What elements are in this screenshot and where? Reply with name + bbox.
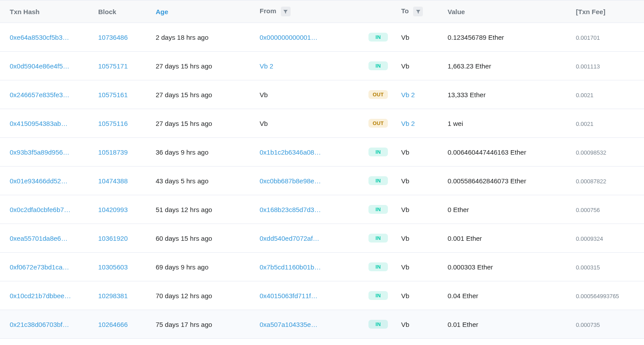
- column-header-from[interactable]: From: [254, 0, 360, 23]
- from-address[interactable]: 0x4015063fd711f…: [260, 292, 318, 300]
- block-link[interactable]: 10420993: [98, 206, 128, 213]
- table-row: 0x21c38d06703bf…1026466675 days 17 hrs a…: [0, 310, 644, 339]
- direction-badge-in: IN: [368, 33, 388, 42]
- from-address[interactable]: 0x000000000001…: [260, 34, 318, 41]
- fee-cell: 0.0009324: [576, 235, 603, 242]
- txn-hash-link[interactable]: 0xea55701da8e6…: [10, 235, 68, 242]
- column-header-age[interactable]: Age: [150, 0, 254, 23]
- value-cell: 1 wei: [442, 109, 571, 138]
- to-address[interactable]: Vb 2: [401, 120, 415, 127]
- from-address[interactable]: 0xc0bb687b8e98e…: [260, 177, 321, 185]
- from-address[interactable]: Vb 2: [260, 62, 273, 70]
- table-row: 0x246657e835fe3…1057516127 days 15 hrs a…: [0, 80, 644, 109]
- block-link[interactable]: 10518739: [98, 148, 128, 156]
- fee-cell: 0.00087822: [576, 178, 606, 185]
- column-header-direction: [360, 0, 396, 23]
- to-address: Vb: [401, 177, 409, 185]
- fee-cell: 0.0021: [576, 121, 594, 127]
- block-link[interactable]: 10474388: [98, 177, 128, 185]
- fee-cell: 0.000564993765: [576, 293, 619, 300]
- direction-badge-in: IN: [368, 61, 388, 70]
- value-cell: 0.005586462846073 Ether: [442, 167, 571, 195]
- column-header-to[interactable]: To: [396, 0, 442, 23]
- txn-hash-link[interactable]: 0x0c2dfa0cbfe6b7…: [10, 206, 71, 213]
- to-address[interactable]: Vb 2: [401, 91, 415, 99]
- from-address: Vb: [260, 91, 268, 99]
- txn-hash-link[interactable]: 0x93b3f5a89d956…: [10, 148, 69, 156]
- table-header-row: Txn Hash Block Age From To Value [Txn Fe…: [0, 0, 644, 23]
- block-link[interactable]: 10575116: [98, 120, 128, 127]
- to-filter-button[interactable]: [413, 7, 423, 16]
- txn-hash-link[interactable]: 0x21c38d06703bf…: [10, 321, 69, 328]
- column-header-fee[interactable]: [Txn Fee]: [571, 0, 644, 23]
- age-cell: 2 days 18 hrs ago: [150, 23, 254, 52]
- txn-hash-link[interactable]: 0x10cd21b7dbbee…: [10, 292, 71, 300]
- block-link[interactable]: 10736486: [98, 34, 128, 41]
- txn-hash-link[interactable]: 0x01e93466dd52…: [10, 177, 68, 185]
- age-cell: 69 days 9 hrs ago: [150, 253, 254, 281]
- to-address: Vb: [401, 292, 409, 300]
- direction-badge-in: IN: [368, 262, 388, 271]
- transactions-table: Txn Hash Block Age From To Value [Txn Fe…: [0, 0, 644, 339]
- age-cell: 70 days 12 hrs ago: [150, 281, 254, 310]
- to-address: Vb: [401, 235, 409, 242]
- to-address: Vb: [401, 62, 409, 70]
- filter-icon: [416, 9, 421, 14]
- to-address: Vb: [401, 206, 409, 213]
- value-cell: 0.006460447446163 Ether: [442, 138, 571, 167]
- value-cell: 0.123456789 Ether: [442, 23, 571, 52]
- from-filter-button[interactable]: [281, 7, 291, 16]
- block-link[interactable]: 10264666: [98, 321, 128, 328]
- txn-hash-link[interactable]: 0xf0672e73bd1ca…: [10, 263, 69, 271]
- table-row: 0x4150954383ab…1057511627 days 15 hrs ag…: [0, 109, 644, 138]
- age-cell: 27 days 15 hrs ago: [150, 80, 254, 109]
- block-link[interactable]: 10361920: [98, 235, 128, 242]
- age-cell: 51 days 12 hrs ago: [150, 195, 254, 224]
- from-address[interactable]: 0xa507a104335e…: [260, 321, 318, 328]
- fee-cell: 0.001701: [576, 34, 600, 41]
- age-cell: 27 days 15 hrs ago: [150, 52, 254, 80]
- fee-cell: 0.00098532: [576, 149, 606, 156]
- from-address[interactable]: 0x168b23c85d7d3…: [260, 206, 321, 213]
- to-address: Vb: [401, 321, 409, 328]
- column-header-hash[interactable]: Txn Hash: [0, 0, 93, 23]
- column-header-block[interactable]: Block: [93, 0, 150, 23]
- to-address: Vb: [401, 148, 409, 156]
- from-address[interactable]: 0x7b5cd1160b01b…: [260, 263, 321, 271]
- txn-hash-link[interactable]: 0x0d5904e86e4f5…: [10, 62, 69, 70]
- column-header-from-label: From: [260, 7, 276, 15]
- block-link[interactable]: 10298381: [98, 292, 128, 300]
- table-row: 0xea55701da8e6…1036192060 days 15 hrs ag…: [0, 224, 644, 253]
- column-header-value[interactable]: Value: [442, 0, 571, 23]
- value-cell: 0 Ether: [442, 195, 571, 224]
- from-address: Vb: [260, 120, 268, 127]
- table-row: 0xe64a8530cf5b3…107364862 days 18 hrs ag…: [0, 23, 644, 52]
- txn-hash-link[interactable]: 0x4150954383ab…: [10, 120, 68, 127]
- filter-icon: [283, 9, 288, 14]
- to-address: Vb: [401, 263, 409, 271]
- table-row: 0xf0672e73bd1ca…1030560369 days 9 hrs ag…: [0, 253, 644, 281]
- from-address[interactable]: 0xdd540ed7072af…: [260, 235, 319, 242]
- to-address: Vb: [401, 34, 409, 41]
- txn-hash-link[interactable]: 0x246657e835fe3…: [10, 91, 69, 99]
- direction-badge-in: IN: [368, 320, 388, 329]
- age-sort-link[interactable]: Age: [156, 8, 168, 15]
- value-cell: 0.000303 Ether: [442, 253, 571, 281]
- age-cell: 36 days 9 hrs ago: [150, 138, 254, 167]
- value-cell: 13,333 Ether: [442, 80, 571, 109]
- direction-badge-in: IN: [368, 291, 388, 300]
- table-row: 0x93b3f5a89d956…1051873936 days 9 hrs ag…: [0, 138, 644, 167]
- age-cell: 27 days 15 hrs ago: [150, 109, 254, 138]
- table-row: 0x0d5904e86e4f5…1057517127 days 15 hrs a…: [0, 52, 644, 80]
- block-link[interactable]: 10305603: [98, 263, 128, 271]
- table-row: 0x01e93466dd52…1047438843 days 5 hrs ago…: [0, 167, 644, 195]
- direction-badge-in: IN: [368, 176, 388, 185]
- direction-badge-in: IN: [368, 234, 388, 243]
- block-link[interactable]: 10575161: [98, 91, 128, 99]
- from-address[interactable]: 0x1b1c2b6346a08…: [260, 148, 321, 156]
- fee-cell: 0.001113: [576, 63, 600, 70]
- direction-badge-in: IN: [368, 205, 388, 214]
- table-row: 0x10cd21b7dbbee…1029838170 days 12 hrs a…: [0, 281, 644, 310]
- txn-hash-link[interactable]: 0xe64a8530cf5b3…: [10, 34, 69, 41]
- block-link[interactable]: 10575171: [98, 62, 128, 70]
